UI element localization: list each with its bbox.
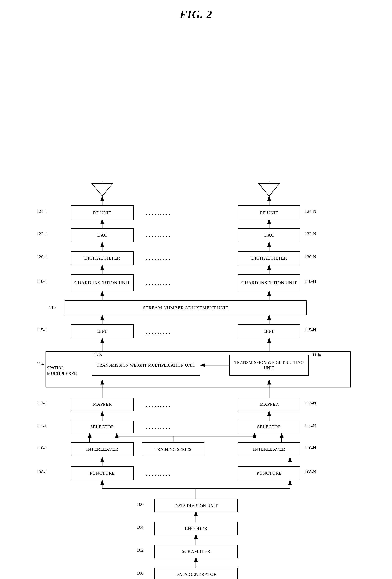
ref-118-n: 118-N [305,279,316,284]
ref-118-1: 118-1 [37,279,47,284]
ref-120-1: 120-1 [37,254,47,260]
ref-122-n: 122-N [305,231,316,237]
ref-120-n: 120-N [305,254,316,260]
tw-setting: TRANSMISSION WEIGHT SETTING UNIT [229,355,309,376]
dots-selector: ......... [146,424,171,431]
tw-multiply: TRANSMISSION WEIGHT MULTIPLICATION UNIT [92,355,200,376]
ref-116: 116 [49,305,56,310]
ref-111-n: 111-N [305,423,316,429]
guard-insertion-1: GUARD INSERTION UNIT [71,274,133,291]
ref-102: 102 [137,547,144,553]
dac-1: DAC [71,228,133,242]
ref-110-n: 110-N [305,445,316,451]
scrambler: SCRAMBLER [154,545,238,558]
antenna-left [90,181,115,198]
ref-112-1: 112-1 [37,400,47,406]
puncture-1: PUNCTURE [71,466,133,480]
digital-filter-1: DIGITAL FILTER [71,251,133,265]
ref-110-1: 110-1 [37,445,47,451]
dots-rf: ......... [146,210,171,217]
ref-115-1: 115-1 [37,327,47,333]
ref-114a: 114a [312,352,321,358]
ref-114b: 114b [93,352,102,358]
ref-114: 114 [37,361,44,367]
dots-ifft: ......... [146,329,171,336]
data-generator: DATA GENERATOR [154,568,238,579]
ifft-1: IFFT [71,324,133,338]
stream-adj-unit: STREAM NUMBER ADJUSTMENT UNIT [65,300,307,315]
data-division: DATA DIVISION UNIT [154,499,238,512]
interleaver-n: INTERLEAVER [238,442,300,456]
selector-1: SELECTOR [71,421,133,433]
ref-111-1: 111-1 [37,423,47,429]
antenna-right [257,181,282,198]
dots-df: ......... [146,255,171,262]
mapper-1: MAPPER [71,398,133,411]
dac-n: DAC [238,228,300,242]
svg-marker-38 [92,184,113,196]
dots-mapper: ......... [146,401,171,408]
rf-unit-1: RF UNIT [71,206,133,220]
interleaver-1: INTERLEAVER [71,442,133,456]
dots-puncture: ......... [146,470,171,477]
page-title: FIG. 2 [0,0,392,21]
ref-100: 100 [137,571,144,576]
ref-115-n: 115-N [305,327,316,333]
training-series: TRAINING SERIES [142,442,204,456]
ifft-n: IFFT [238,324,300,338]
selector-n: SELECTOR [238,421,300,433]
ref-108-n: 108-N [305,469,316,475]
encoder: ENCODER [154,522,238,535]
ref-124-n: 124-N [305,209,316,214]
ref-122-1: 122-1 [37,231,47,237]
ref-124-1: 124-1 [37,209,47,214]
puncture-n: PUNCTURE [238,466,300,480]
ref-106: 106 [137,502,144,507]
dots-dac: ......... [146,231,171,239]
spatial-mux-label: SPATIAL MULTIPLEXER [47,365,77,377]
guard-insertion-n: GUARD INSERTION UNIT [238,274,300,291]
svg-marker-40 [259,184,280,196]
ref-108-1: 108-1 [37,469,47,475]
rf-unit-n: RF UNIT [238,206,300,220]
mapper-n: MAPPER [238,398,300,411]
digital-filter-n: DIGITAL FILTER [238,251,300,265]
dots-gu: ......... [146,280,171,287]
ref-112-n: 112-N [305,400,316,406]
ref-104: 104 [137,524,144,530]
